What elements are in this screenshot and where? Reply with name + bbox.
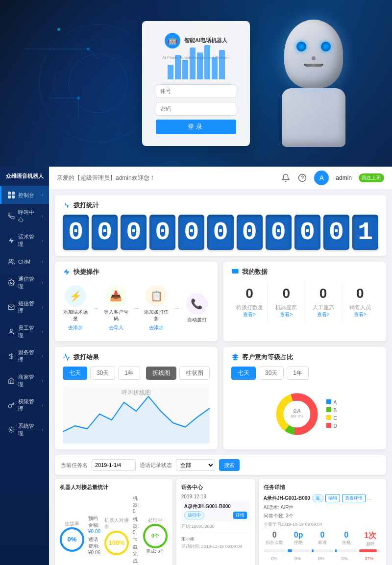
pending-num: 0 — [233, 285, 266, 302]
sidebar-item-auth[interactable]: 权限管理 › — [0, 393, 49, 418]
filter-label-1: 当前任务名 — [61, 462, 88, 469]
username-display[interactable]: admin — [336, 174, 352, 181]
sidebar-label-callcenter: 呼叫中心 — [18, 209, 39, 223]
stat-standard: 0 — [312, 531, 334, 540]
tab-1year[interactable]: 1年 — [118, 367, 140, 380]
quick-op-script-link[interactable]: 去添加 — [68, 324, 83, 331]
svg-rect-21 — [12, 196, 15, 198]
robot-num: 0 — [270, 285, 302, 302]
digit-8: 0 — [294, 215, 320, 250]
sidebar-label-sms: 短信管理 — [18, 300, 39, 315]
login-button[interactable]: 登录 — [156, 120, 236, 134]
svg-text:总共: 总共 — [293, 409, 301, 413]
svg-text:384: 0%: 384: 0% — [291, 415, 304, 418]
agent-label: 人工座席 — [307, 304, 340, 311]
processing-count: 0个 — [143, 524, 168, 548]
call-id: A录件JH-G001-B000 — [184, 503, 247, 510]
sidebar-label-auth: 权限管理 — [18, 398, 39, 413]
filter-bar: 当前任务名 通话记录状态 全部 进行中 已完成 搜索 — [55, 455, 386, 475]
sidebar-item-sms[interactable]: 短信管理 › — [0, 295, 49, 319]
robot-num-label: 机器: — [133, 495, 139, 508]
robot-mouth — [304, 64, 323, 67]
quick-op-task-link[interactable]: 去添加 — [149, 324, 164, 331]
svg-rect-18 — [8, 192, 11, 195]
intent-tab-7[interactable]: 七天 — [231, 367, 256, 380]
digit-10: 1 — [352, 215, 378, 250]
sidebar-label-script: 话术管理 — [18, 233, 39, 248]
sidebar-item-console[interactable]: 控制台 › — [0, 186, 49, 204]
task-detail-title: 任务详情 — [264, 484, 381, 491]
chart-bar-7 — [212, 57, 218, 79]
sales-num: 0 — [344, 285, 376, 302]
chart-bar-2 — [175, 55, 181, 79]
mail-icon — [7, 303, 15, 311]
login-header: 🤖 智能AI电话机器人 — [156, 33, 236, 49]
tab-7days[interactable]: 七天 — [63, 367, 87, 380]
robot-link[interactable]: 查看> — [270, 311, 302, 318]
tab-30days[interactable]: 30天 — [90, 367, 115, 380]
intent-tab-1y[interactable]: 1年 — [287, 367, 309, 380]
stats-left: 机器人对接总量统计 连接率 0% 预约金额: ¥0.00 通话费用: ¥0.06… — [55, 479, 172, 565]
sidebar: 众维语音机器人 控制台 › 呼叫中心 › — [0, 167, 49, 565]
stat-over-label: 超呼 — [359, 541, 381, 547]
revenue-label: 预约金额 — [88, 516, 98, 528]
sales-link[interactable]: 查看> — [344, 311, 376, 318]
task-more-btn[interactable]: ... — [368, 495, 371, 501]
quick-op-import-link[interactable]: 去导入 — [109, 324, 123, 331]
filter-label-2: 通话记录状态 — [140, 462, 172, 469]
password-input[interactable] — [156, 102, 236, 116]
sidebar-label-console: 控制台 — [18, 192, 39, 199]
tab-barchart[interactable]: 柱状图 — [179, 367, 210, 380]
prog-label-1: 0% — [271, 556, 277, 561]
bell-button[interactable] — [281, 173, 291, 183]
ai-label: AI话术 — [264, 505, 278, 510]
quick-op-auto: 📞 自动拨打 — [184, 293, 210, 323]
task-view-btn[interactable]: 查看详情 — [342, 494, 366, 502]
sidebar-label-crm: CRM — [18, 259, 39, 265]
robot-label: 机器座席 — [270, 304, 302, 311]
help-button[interactable] — [297, 173, 307, 183]
status-select[interactable]: 全部 进行中 已完成 — [176, 459, 215, 471]
sidebar-item-crm[interactable]: CRM › — [0, 253, 49, 270]
chart-title: 呼叫折线图 — [122, 389, 151, 397]
avatar[interactable]: A — [314, 171, 329, 185]
key-icon — [7, 401, 15, 409]
quick-op-task-icon: 📋 — [146, 285, 167, 307]
robot-num-val: 0 — [133, 509, 136, 514]
pending-link[interactable]: 查看> — [233, 311, 266, 318]
app-wrapper: 众维语音机器人 控制台 › 呼叫中心 › — [0, 167, 392, 565]
task-edit-btn[interactable]: 编辑 — [325, 494, 340, 502]
users-icon — [7, 258, 15, 266]
sidebar-item-staff[interactable]: 员工管理 › — [0, 319, 49, 344]
call-detail-btn[interactable]: 详情 — [233, 512, 247, 519]
sidebar-item-comm[interactable]: 通信管理 › — [0, 270, 49, 295]
tab-linechart[interactable]: 折线图 — [146, 367, 176, 380]
svg-point-25 — [10, 329, 13, 332]
sidebar-item-callcenter[interactable]: 呼叫中心 › — [0, 204, 49, 228]
op-arrow-2: → — [133, 304, 140, 312]
agent-link[interactable]: 查看> — [307, 311, 340, 318]
username-input[interactable] — [156, 84, 236, 98]
login-robot-icon: 🤖 — [165, 33, 180, 49]
dial-results-tabs: 七天 30天 1年 折线图 柱状图 — [63, 367, 210, 380]
intent-tab-30[interactable]: 30天 — [259, 367, 284, 380]
search-button[interactable]: 搜索 — [219, 459, 240, 471]
sidebar-item-finance[interactable]: 财务管理 › — [0, 344, 49, 368]
processing-label: 处理中 — [148, 517, 163, 524]
task-detail-card: 任务详情 A录件JH-G001-B000 蓝 编辑 查看详情 ... AI话术:… — [259, 479, 386, 565]
digit-4: 0 — [178, 215, 204, 250]
login-card: 🤖 智能AI电话机器人 AI Phone Robot Management Pl… — [142, 21, 250, 146]
stats-left-title: 机器人对接总量统计 — [60, 484, 168, 491]
dial-stats-header: 拨打统计 — [63, 201, 378, 210]
dial-numbers: 0 0 0 0 0 0 0 0 0 0 1 — [63, 215, 378, 250]
sales-label: 销售人员 — [344, 304, 376, 311]
machine-num-val: 0 — [133, 530, 136, 535]
sidebar-item-system[interactable]: 系统管理 › — [0, 418, 49, 442]
sidebar-item-script[interactable]: 话术管理 › — [0, 228, 49, 253]
script-name: AIR声 — [281, 505, 294, 510]
sidebar-item-merchant[interactable]: 商家管理 › — [0, 368, 49, 393]
task-date-input[interactable] — [92, 459, 136, 471]
svg-point-24 — [10, 282, 12, 284]
quick-ops-items: ⚡ 添加话术场景 去添加 → 📥 导入客户号码 去导入 → 📋 — [63, 281, 210, 335]
stat-reject: 0p — [288, 531, 310, 540]
